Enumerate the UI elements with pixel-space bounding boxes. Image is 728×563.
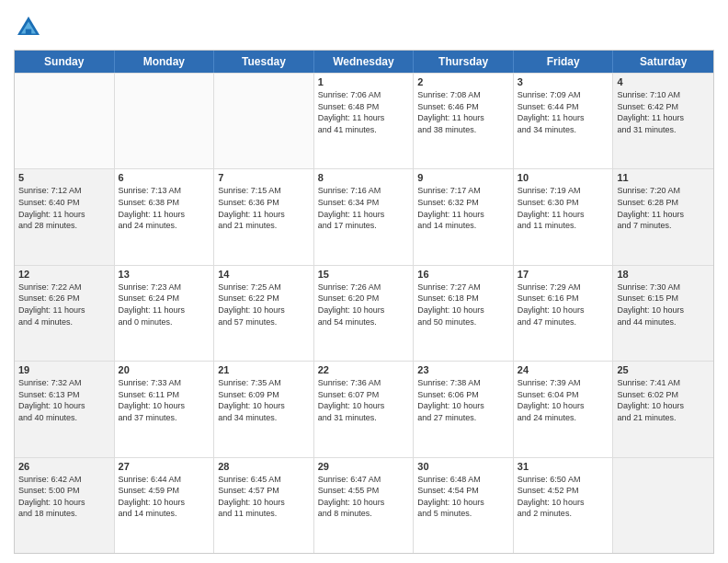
cal-cell: 4Sunrise: 7:10 AM Sunset: 6:42 PM Daylig… [613,74,713,168]
cell-info: Sunrise: 6:48 AM Sunset: 4:54 PM Dayligh… [417,474,509,520]
cal-cell: 21Sunrise: 7:35 AM Sunset: 6:09 PM Dayli… [214,362,314,456]
cell-info: Sunrise: 7:17 AM Sunset: 6:32 PM Dayligh… [417,185,509,231]
cal-cell: 19Sunrise: 7:32 AM Sunset: 6:13 PM Dayli… [15,362,115,456]
cal-cell [15,74,115,168]
cell-info: Sunrise: 7:29 AM Sunset: 6:16 PM Dayligh… [518,282,609,327]
day-number: 23 [417,364,509,375]
cal-row-1: 1Sunrise: 7:06 AM Sunset: 6:48 PM Daylig… [15,73,713,168]
cell-info: Sunrise: 7:41 AM Sunset: 6:02 PM Dayligh… [617,377,710,423]
cell-info: Sunrise: 7:27 AM Sunset: 6:18 PM Dayligh… [417,282,509,327]
day-number: 6 [119,172,210,183]
day-number: 15 [318,269,410,280]
header [14,9,714,42]
cal-cell: 25Sunrise: 7:41 AM Sunset: 6:02 PM Dayli… [613,362,713,456]
cal-cell: 24Sunrise: 7:39 AM Sunset: 6:04 PM Dayli… [514,362,614,456]
cal-header-friday: Friday [514,51,614,73]
cell-info: Sunrise: 7:08 AM Sunset: 6:46 PM Dayligh… [417,89,509,135]
cal-cell: 28Sunrise: 6:45 AM Sunset: 4:57 PM Dayli… [214,458,314,553]
cell-info: Sunrise: 7:32 AM Sunset: 6:13 PM Dayligh… [18,377,110,423]
cell-info: Sunrise: 6:44 AM Sunset: 4:59 PM Dayligh… [119,474,210,520]
day-number: 16 [417,269,509,280]
cell-info: Sunrise: 7:39 AM Sunset: 6:04 PM Dayligh… [518,377,609,423]
day-number: 27 [119,461,210,472]
day-number: 17 [518,269,609,280]
calendar-body: 1Sunrise: 7:06 AM Sunset: 6:48 PM Daylig… [15,73,713,553]
cal-cell: 9Sunrise: 7:17 AM Sunset: 6:32 PM Daylig… [414,169,514,264]
cell-info: Sunrise: 6:42 AM Sunset: 5:00 PM Dayligh… [18,474,110,520]
cal-row-5: 26Sunrise: 6:42 AM Sunset: 5:00 PM Dayli… [15,457,713,553]
day-number: 31 [518,461,609,472]
cal-cell: 12Sunrise: 7:22 AM Sunset: 6:26 PM Dayli… [15,266,115,361]
cal-cell: 1Sunrise: 7:06 AM Sunset: 6:48 PM Daylig… [314,74,415,168]
cal-cell: 7Sunrise: 7:15 AM Sunset: 6:36 PM Daylig… [214,169,314,264]
cal-header-tuesday: Tuesday [214,51,314,73]
day-number: 5 [18,172,110,183]
cal-cell: 10Sunrise: 7:19 AM Sunset: 6:30 PM Dayli… [514,169,614,264]
day-number: 22 [318,364,410,375]
day-number: 2 [417,76,509,87]
cell-info: Sunrise: 7:13 AM Sunset: 6:38 PM Dayligh… [119,185,210,231]
cal-header-saturday: Saturday [613,51,713,73]
cal-header-monday: Monday [115,51,215,73]
cell-info: Sunrise: 7:36 AM Sunset: 6:07 PM Dayligh… [318,377,410,423]
day-number: 4 [617,76,710,87]
cell-info: Sunrise: 6:45 AM Sunset: 4:57 PM Dayligh… [218,474,310,520]
cell-info: Sunrise: 6:47 AM Sunset: 4:55 PM Dayligh… [318,474,410,520]
cal-cell: 23Sunrise: 7:38 AM Sunset: 6:06 PM Dayli… [414,362,514,456]
day-number: 7 [218,172,310,183]
cal-cell: 2Sunrise: 7:08 AM Sunset: 6:46 PM Daylig… [414,74,514,168]
cal-cell: 31Sunrise: 6:50 AM Sunset: 4:52 PM Dayli… [514,458,614,553]
cell-info: Sunrise: 7:25 AM Sunset: 6:22 PM Dayligh… [218,282,310,327]
cal-row-3: 12Sunrise: 7:22 AM Sunset: 6:26 PM Dayli… [15,265,713,361]
cal-cell: 16Sunrise: 7:27 AM Sunset: 6:18 PM Dayli… [414,266,514,361]
cal-cell: 15Sunrise: 7:26 AM Sunset: 6:20 PM Dayli… [314,266,415,361]
cell-info: Sunrise: 7:12 AM Sunset: 6:40 PM Dayligh… [18,185,110,231]
cal-cell: 26Sunrise: 6:42 AM Sunset: 5:00 PM Dayli… [15,458,115,553]
day-number: 13 [119,269,210,280]
cell-info: Sunrise: 7:33 AM Sunset: 6:11 PM Dayligh… [119,377,210,423]
page: SundayMondayTuesdayWednesdayThursdayFrid… [0,0,728,563]
day-number: 26 [18,461,110,472]
logo-icon [14,13,43,42]
day-number: 20 [119,364,210,375]
day-number: 28 [218,461,310,472]
cal-cell [115,74,215,168]
day-number: 12 [18,269,110,280]
cal-cell: 27Sunrise: 6:44 AM Sunset: 4:59 PM Dayli… [115,458,215,553]
cal-cell [214,74,314,168]
cal-cell: 13Sunrise: 7:23 AM Sunset: 6:24 PM Dayli… [115,266,215,361]
day-number: 19 [18,364,110,375]
cal-row-4: 19Sunrise: 7:32 AM Sunset: 6:13 PM Dayli… [15,361,713,456]
cal-cell: 14Sunrise: 7:25 AM Sunset: 6:22 PM Dayli… [214,266,314,361]
cal-row-2: 5Sunrise: 7:12 AM Sunset: 6:40 PM Daylig… [15,168,713,264]
cal-cell: 8Sunrise: 7:16 AM Sunset: 6:34 PM Daylig… [314,169,415,264]
day-number: 24 [518,364,609,375]
cell-info: Sunrise: 7:19 AM Sunset: 6:30 PM Dayligh… [518,185,609,231]
cell-info: Sunrise: 7:30 AM Sunset: 6:15 PM Dayligh… [617,282,710,327]
cal-cell: 22Sunrise: 7:36 AM Sunset: 6:07 PM Dayli… [314,362,415,456]
day-number: 11 [617,172,710,183]
svg-rect-2 [26,29,31,35]
cell-info: Sunrise: 7:23 AM Sunset: 6:24 PM Dayligh… [119,282,210,327]
logo [14,13,47,42]
cal-cell: 29Sunrise: 6:47 AM Sunset: 4:55 PM Dayli… [314,458,415,553]
day-number: 21 [218,364,310,375]
cell-info: Sunrise: 7:38 AM Sunset: 6:06 PM Dayligh… [417,377,509,423]
day-number: 25 [617,364,710,375]
day-number: 8 [318,172,410,183]
cal-cell: 18Sunrise: 7:30 AM Sunset: 6:15 PM Dayli… [613,266,713,361]
cell-info: Sunrise: 6:50 AM Sunset: 4:52 PM Dayligh… [518,474,609,520]
day-number: 29 [318,461,410,472]
day-number: 10 [518,172,609,183]
calendar: SundayMondayTuesdayWednesdayThursdayFrid… [14,50,714,554]
cal-header-thursday: Thursday [414,51,514,73]
day-number: 30 [417,461,509,472]
cell-info: Sunrise: 7:16 AM Sunset: 6:34 PM Dayligh… [318,185,410,231]
cal-cell [613,458,713,553]
cal-cell: 11Sunrise: 7:20 AM Sunset: 6:28 PM Dayli… [613,169,713,264]
cell-info: Sunrise: 7:15 AM Sunset: 6:36 PM Dayligh… [218,185,310,231]
day-number: 9 [417,172,509,183]
day-number: 1 [318,76,410,87]
cal-cell: 17Sunrise: 7:29 AM Sunset: 6:16 PM Dayli… [514,266,614,361]
cell-info: Sunrise: 7:09 AM Sunset: 6:44 PM Dayligh… [518,89,609,135]
